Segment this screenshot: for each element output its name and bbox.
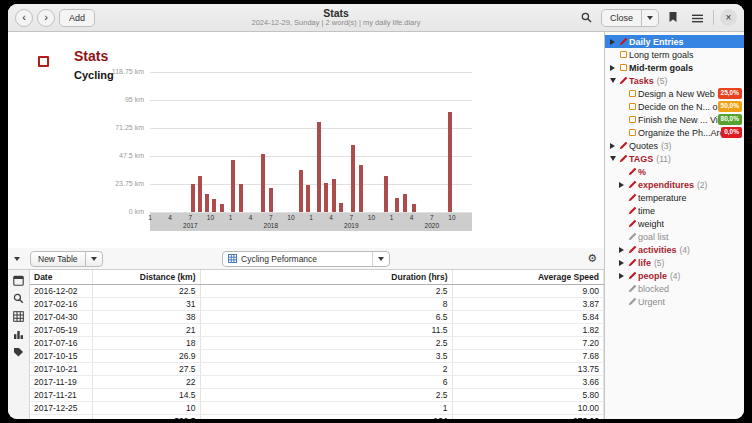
tree-item-finish-the-new-video[interactable]: Finish the New ... Video80,0% bbox=[605, 113, 744, 126]
close-dropdown-button[interactable] bbox=[641, 10, 658, 26]
tree-item-weight[interactable]: weight bbox=[605, 217, 744, 230]
table-cell[interactable]: 1.82 bbox=[452, 324, 604, 337]
tree-item-organize-the-ph-archive[interactable]: Organize the Ph...Archive0,0% bbox=[605, 126, 744, 139]
expander-closed-icon[interactable] bbox=[608, 39, 617, 45]
table-cell[interactable]: 2017-11-19 bbox=[30, 376, 92, 389]
table-row[interactable]: 2017-04-30386.55.84 bbox=[30, 311, 604, 324]
table-cell[interactable]: 2017-10-15 bbox=[30, 350, 92, 363]
table-cell[interactable]: 2017-05-19 bbox=[30, 324, 92, 337]
table-cell[interactable]: 5.84 bbox=[452, 311, 604, 324]
table-cell[interactable]: 2.5 bbox=[200, 285, 452, 298]
expander-closed-icon[interactable] bbox=[617, 260, 626, 266]
table-settings-button[interactable]: ⚙ bbox=[587, 253, 597, 264]
table-cell[interactable]: 7.68 bbox=[452, 350, 604, 363]
tree-item-temperature[interactable]: temperature bbox=[605, 191, 744, 204]
tree-item-expenditures[interactable]: expenditures(2) bbox=[605, 178, 744, 191]
back-button[interactable]: ‹ bbox=[15, 9, 33, 27]
table-cell[interactable]: 38 bbox=[92, 311, 200, 324]
tree-item-item[interactable]: % bbox=[605, 165, 744, 178]
view-search-button[interactable] bbox=[11, 292, 27, 306]
expander-open-icon[interactable] bbox=[608, 156, 617, 161]
table-cell[interactable]: 5.80 bbox=[452, 389, 604, 402]
forward-button[interactable]: › bbox=[37, 9, 55, 27]
table-cell[interactable]: 1 bbox=[200, 402, 452, 415]
table-cell[interactable]: 3.66 bbox=[452, 376, 604, 389]
tree-item-quotes[interactable]: Quotes(3) bbox=[605, 139, 744, 152]
column-header-distance-km[interactable]: Distance (km) bbox=[92, 270, 200, 285]
view-chart-button[interactable] bbox=[11, 328, 27, 342]
tree-item-goal-list[interactable]: goal list bbox=[605, 230, 744, 243]
column-header-average-speed[interactable]: Average Speed bbox=[452, 270, 604, 285]
table-cell[interactable]: 10.00 bbox=[452, 402, 604, 415]
table-row[interactable]: 2017-11-2114.52.55.80 bbox=[30, 389, 604, 402]
expander-closed-icon[interactable] bbox=[617, 247, 626, 253]
tree-item-time[interactable]: time bbox=[605, 204, 744, 217]
table-cell[interactable]: 13.75 bbox=[452, 363, 604, 376]
table-cell[interactable]: 6 bbox=[200, 376, 452, 389]
tree-item-long-term-goals[interactable]: Long term goals bbox=[605, 48, 744, 61]
expander-closed-icon[interactable] bbox=[617, 182, 626, 188]
table-cell[interactable]: 3.5 bbox=[200, 350, 452, 363]
add-button[interactable]: Add bbox=[59, 9, 95, 27]
table-select-combobox[interactable]: Cycling Peformance bbox=[222, 251, 390, 267]
table-cell[interactable]: 2017-11-21 bbox=[30, 389, 92, 402]
expander-closed-icon[interactable] bbox=[617, 273, 626, 279]
table-cell[interactable]: 21 bbox=[92, 324, 200, 337]
close-button[interactable]: Close bbox=[602, 10, 641, 26]
expander-closed-icon[interactable] bbox=[608, 143, 617, 149]
search-button[interactable] bbox=[577, 9, 597, 27]
table-row[interactable]: 2017-10-2127.5213.75 bbox=[30, 363, 604, 376]
table-cell[interactable]: 10 bbox=[92, 402, 200, 415]
view-table-button[interactable] bbox=[11, 310, 27, 324]
view-calendar-button[interactable] bbox=[11, 274, 27, 288]
table-cell[interactable]: 2.5 bbox=[200, 337, 452, 350]
table-row[interactable]: 2017-02-163183.87 bbox=[30, 298, 604, 311]
collapse-panel-button[interactable] bbox=[14, 257, 20, 261]
table-row[interactable]: 2017-10-1526.93.57.68 bbox=[30, 350, 604, 363]
table-cell[interactable]: 7.20 bbox=[452, 337, 604, 350]
tree-item-tags[interactable]: TAGS(11) bbox=[605, 152, 744, 165]
table-cell[interactable]: 18 bbox=[92, 337, 200, 350]
table-cell[interactable]: 11.5 bbox=[200, 324, 452, 337]
table-cell[interactable]: 2017-10-21 bbox=[30, 363, 92, 376]
table-cell[interactable]: 2.5 bbox=[200, 389, 452, 402]
tree-item-tasks[interactable]: Tasks(5) bbox=[605, 74, 744, 87]
column-header-date[interactable]: Date bbox=[30, 270, 92, 285]
tree-item-design-a-new-web-site[interactable]: Design a New Web Site25,0% bbox=[605, 87, 744, 100]
tree-item-activities[interactable]: activities(4) bbox=[605, 243, 744, 256]
column-header-duration-hrs[interactable]: Duration (hrs) bbox=[200, 270, 452, 285]
table-cell[interactable]: 22.5 bbox=[92, 285, 200, 298]
expander-closed-icon[interactable] bbox=[608, 65, 617, 71]
stats-table[interactable]: DateDistance (km)Duration (hrs)Average S… bbox=[30, 270, 604, 419]
table-cell[interactable]: 2 bbox=[200, 363, 452, 376]
editor-page[interactable]: Stats Cycling 14710201714710201814710201… bbox=[8, 32, 604, 248]
view-tags-button[interactable] bbox=[11, 346, 27, 360]
new-table-button[interactable]: New Table bbox=[31, 254, 85, 264]
table-row[interactable]: 2017-05-192111.51.82 bbox=[30, 324, 604, 337]
menu-button[interactable] bbox=[687, 9, 707, 27]
table-cell[interactable]: 2017-12-25 bbox=[30, 402, 92, 415]
table-cell[interactable]: 9.00 bbox=[452, 285, 604, 298]
table-cell[interactable]: 2017-07-16 bbox=[30, 337, 92, 350]
bookmark-button[interactable] bbox=[663, 9, 683, 27]
new-table-dropdown-button[interactable] bbox=[85, 252, 102, 266]
table-cell[interactable]: 6.5 bbox=[200, 311, 452, 324]
table-cell[interactable]: 22 bbox=[92, 376, 200, 389]
tree-item-daily-entries[interactable]: Daily Entries bbox=[605, 35, 744, 48]
table-cell[interactable]: 8 bbox=[200, 298, 452, 311]
tree-item-decide-on-the-n-o-buy[interactable]: Decide on the N... o Buy50,0% bbox=[605, 100, 744, 113]
table-cell[interactable]: 31 bbox=[92, 298, 200, 311]
tree-item-people[interactable]: people(4) bbox=[605, 269, 744, 282]
table-cell[interactable]: 27.5 bbox=[92, 363, 200, 376]
table-row[interactable]: 2017-11-192263.66 bbox=[30, 376, 604, 389]
table-row[interactable]: 2017-07-16182.57.20 bbox=[30, 337, 604, 350]
window-close-button[interactable]: × bbox=[720, 9, 737, 26]
tree-item-blocked[interactable]: blocked bbox=[605, 282, 744, 295]
tree-item-mid-term-goals[interactable]: Mid-term goals bbox=[605, 61, 744, 74]
table-cell[interactable]: 3.87 bbox=[452, 298, 604, 311]
tree-item-life[interactable]: life(5) bbox=[605, 256, 744, 269]
table-cell[interactable]: 2017-04-30 bbox=[30, 311, 92, 324]
table-row[interactable]: 2017-12-2510110.00 bbox=[30, 402, 604, 415]
table-cell[interactable]: 14.5 bbox=[92, 389, 200, 402]
expander-open-icon[interactable] bbox=[608, 78, 617, 83]
